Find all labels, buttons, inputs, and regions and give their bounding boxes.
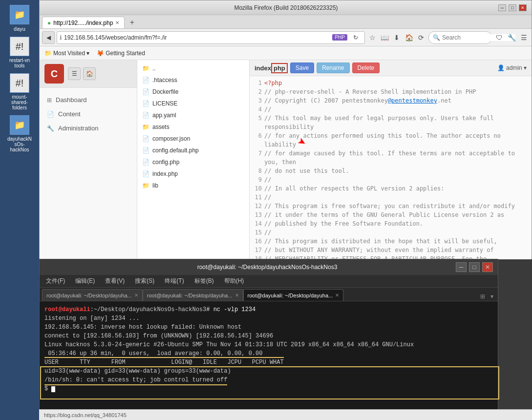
menu-icon[interactable]: ☰ [518,32,529,43]
file-name: assets [152,124,170,130]
content-area: C ☰ 🏠 ⊞ Dashboard 📄 Content 🔧 Administra [40,60,532,259]
terminal-content: root@dayukali:~/Desktop/dayuhackNosOs-ha… [40,301,498,420]
code-line: 2// php-reverse-shell - A Reverse Shell … [252,87,529,96]
desktop-icon-hack[interactable]: 📁 dayuhackNsOs-hackNos [2,115,37,152]
restart-icon-label: restart-vntools [9,58,30,68]
terminal-line: uid=33(www-data) gid=33(www-data) groups… [44,367,493,376]
line-number: 12 [252,202,262,210]
terminal-line: listening on [any] 1234 ... [44,314,493,323]
sidebar-header: C ☰ 🏠 [40,60,137,88]
menu-item-search[interactable]: 搜索(S) [131,276,158,286]
menu-item-help[interactable]: 帮助(H) [220,276,248,286]
dashboard-icon: ⊞ [47,97,52,104]
sidebar-menu-btn[interactable]: ☰ [68,67,81,80]
terminal-line: USER TTY FROM LOGIN@ IDLE JCPU PCPU WHAT [44,358,493,367]
menu-item-tags[interactable]: 标签(B) [191,276,218,286]
menu-item-file[interactable]: 文件(F) [42,276,69,286]
terminal-maximize-button[interactable]: □ [469,262,480,272]
extra-nav-icons: 🛡 🔧 ☰ [494,32,529,43]
tab-close-button[interactable]: ✕ [115,20,119,25]
url-bar-container[interactable]: ℹ PHP ↻ [57,31,365,44]
terminal-tab-2[interactable]: root@dayukali: ~/Desktop/dayuha... ✕ [143,289,243,301]
privacy-icon[interactable]: 🛡 [494,32,505,43]
save-button[interactable]: Save [290,63,314,73]
tab3-label: root@dayukali: ~/Desktop/dayuha... [248,293,333,298]
terminal-line: /bin/sh: 0: can't access tty; job contro… [44,376,493,384]
file-item[interactable]: 📁lib [137,180,249,191]
menu-item-view[interactable]: 查看(V) [101,276,128,286]
line-content: // This program is distributed in the ho… [264,237,497,246]
terminal-tab-1[interactable]: root@dayukali: ~/Desktop/dayuha... ✕ [42,289,143,301]
code-line: 4// [252,105,529,114]
file-item[interactable]: 📄LICENSE [137,98,249,109]
file-icon: 📄 [142,147,149,154]
file-item[interactable]: 📁.. [137,63,249,74]
file-item[interactable]: 📄Dockerfile [137,86,249,98]
refresh-button[interactable]: ↻ [349,31,362,44]
line-number: 5 [252,114,262,131]
close-button[interactable]: ✕ [519,4,527,11]
terminal-line: root@dayukali:~/Desktop/dayuhackNosOs-ha… [44,305,493,314]
sync-icon[interactable]: ⟳ [416,32,426,43]
url-input[interactable] [64,34,330,41]
desktop-icon-restart[interactable]: #! restart-vntools [2,37,37,68]
email-link[interactable]: @pentestmonkey [388,97,437,104]
search-container[interactable]: 🔍 [428,31,492,44]
code-toolbar: indexphp Save Rename Delete 👤 admin ▾ [250,60,532,76]
line-content: // [264,175,271,184]
file-icon: 📄 [142,135,149,142]
terminal-dropdown-btn[interactable]: ▾ [489,292,495,301]
sidebar-home-btn[interactable]: 🏠 [83,67,96,80]
browser-tab-1[interactable]: ● http://192...../index.php ✕ [42,17,125,28]
back-button[interactable]: ◀ [42,31,55,44]
terminal-minimize-button[interactable]: ─ [456,262,467,272]
terminal-tab-3[interactable]: root@dayukali: ~/Desktop/dayuha... ✕ [243,289,344,301]
line-number: 13 [252,210,262,219]
download-icon[interactable]: ⬇ [391,32,402,43]
new-tab-button[interactable]: + [126,17,138,28]
delete-button[interactable]: Delete [352,63,380,73]
minimize-button[interactable]: ─ [498,4,506,11]
extension-icon[interactable]: 🔧 [506,32,517,43]
lock-icon: ℹ [60,34,62,41]
file-item[interactable]: 📄composer.json [137,133,249,145]
file-item[interactable]: 📄.htaccess [137,74,249,86]
bookmark-star-icon[interactable]: ☆ [367,32,378,43]
desktop-icon-mount[interactable]: #! mount-shared-folders [2,73,37,110]
line-number: 11 [252,193,262,202]
getting-started-label: Getting Started [106,50,145,57]
menu-item-edit[interactable]: 编辑(E) [71,276,99,286]
line-number: 4 [252,105,262,114]
line-number: 16 [252,237,262,246]
rename-button[interactable]: Rename [317,63,349,73]
sidebar-item-dashboard[interactable]: ⊞ Dashboard [40,93,137,107]
file-item[interactable]: 📄app.yaml [137,109,249,121]
tab1-close[interactable]: ✕ [134,293,138,298]
terminal-close-button[interactable]: ✕ [482,262,493,272]
file-name: app.yaml [152,112,176,119]
menu-item-terminal[interactable]: 终端(T) [161,276,188,286]
file-item[interactable]: 📁assets [137,121,249,133]
tab3-close[interactable]: ✕ [335,293,339,298]
content-label: Content [58,110,81,118]
file-icon: 📄 [142,100,149,107]
most-visited-bookmark[interactable]: 📁 Most Visited ▾ [42,49,92,58]
file-item[interactable]: 📄config.php [137,156,249,168]
getting-started-bookmark[interactable]: 🦊 Getting Started [94,49,148,58]
sidebar-item-content[interactable]: 📄 Content [40,107,137,121]
terminal-scroll-btn[interactable]: ⊞ [478,292,487,301]
bookmarks-bar: 📁 Most Visited ▾ 🦊 Getting Started [40,46,532,60]
tab2-close[interactable]: ✕ [235,293,239,298]
desktop-icon-dayu[interactable]: 📁 dayu [2,5,37,32]
code-filename: indexphp [255,64,288,72]
maximize-button[interactable]: □ [509,4,516,11]
nav-icons: ☆ 📖 ⬇ 🏠 ⟳ [367,32,426,43]
hack-icon-label: dayuhackNsOs-hackNos [7,136,32,152]
administration-label: Administration [58,125,98,132]
file-item[interactable]: 📄index.php [137,168,249,180]
file-item[interactable]: 📄config.default.php [137,145,249,156]
terminal-line: Linux hacknos 5.3.0-24-generic #26-Ubunt… [44,340,493,349]
reader-icon[interactable]: 📖 [379,32,390,43]
home-icon[interactable]: 🏠 [404,32,414,43]
sidebar-item-administration[interactable]: 🔧 Administration [40,121,137,135]
